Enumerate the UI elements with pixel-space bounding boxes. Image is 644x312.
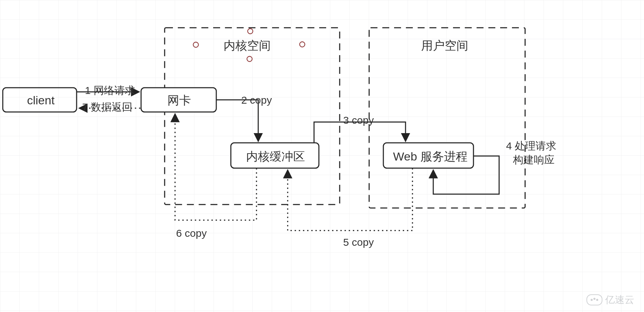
edge-5: [288, 168, 412, 231]
group-user-space: [369, 28, 525, 208]
node-web-process-label: Web 服务进程: [393, 149, 468, 164]
edge-7-label: 7 数据返回: [82, 101, 132, 114]
edge-4-label-a: 4 处理请求: [506, 139, 556, 153]
edge-2-label: 2 copy: [241, 94, 272, 107]
edge-3-label: 3 copy: [343, 114, 374, 127]
diagram-canvas: 内核空间 用户空间 client 网卡 内核缓冲区 Web 服务进程 1 网络请…: [0, 0, 644, 312]
watermark-logo-icon: [586, 294, 602, 305]
edge-1-label: 1 网络请求: [85, 84, 135, 97]
decorative-circle: [193, 42, 199, 47]
watermark: 亿速云: [586, 293, 634, 306]
group-user-space-label: 用户空间: [421, 38, 468, 53]
watermark-text: 亿速云: [605, 293, 634, 306]
decorative-circle: [247, 57, 252, 62]
node-nic-label: 网卡: [167, 93, 191, 108]
node-client-label: client: [27, 93, 54, 108]
node-kernel-buffer-label: 内核缓冲区: [246, 149, 305, 164]
group-kernel-space-label: 内核空间: [224, 38, 271, 53]
decorative-circle: [300, 42, 305, 47]
edge-6-label: 6 copy: [176, 227, 207, 240]
edge-5-label: 5 copy: [343, 236, 374, 249]
edge-4-label-b: 构建响应: [513, 153, 555, 166]
group-kernel-space: [165, 28, 340, 205]
decorative-circle: [248, 29, 253, 34]
